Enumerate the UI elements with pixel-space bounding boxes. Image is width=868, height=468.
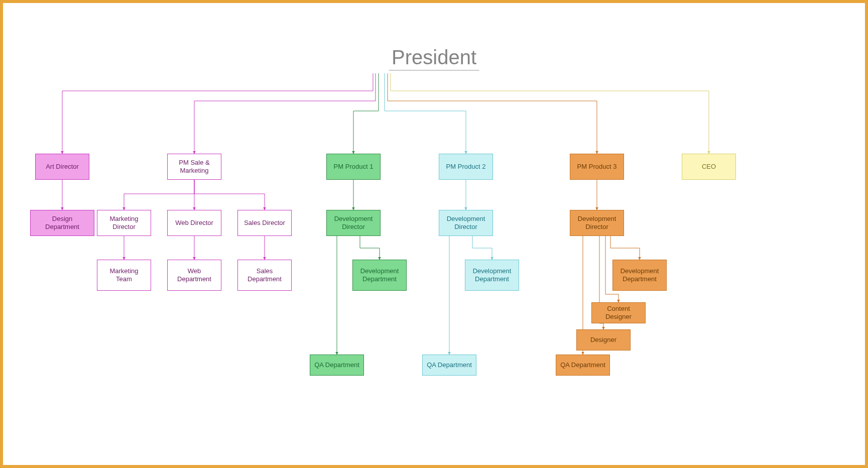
node-content-designer: Content Designer [591,302,646,323]
root-title: President [389,46,479,71]
node-dev-dir-2: Development Director [439,210,493,236]
node-pm-product-2: PM Product 2 [439,154,493,180]
node-art-director: Art Director [35,154,89,180]
node-sales-dept: Sales Department [237,260,292,291]
node-marketing-team: Marketing Team [97,260,151,291]
node-dev-dir-1: Development Director [326,210,381,236]
node-qa-dept-1: QA Department [310,355,364,376]
node-designer: Designer [576,329,631,350]
node-qa-dept-3: QA Department [556,355,610,376]
node-web-director: Web Director [167,210,221,236]
node-design-dept: Design Department [30,210,94,236]
node-marketing-director: Marketing Director [97,210,151,236]
node-pm-product-1: PM Product 1 [326,154,381,180]
node-pm-product-3: PM Product 3 [570,154,624,180]
org-chart-frame: President [0,0,868,468]
node-pm-sale-mkt: PM Sale & Marketing [167,154,221,180]
node-ceo: CEO [682,154,736,180]
node-dev-dept-1: Development Department [352,260,407,291]
node-dev-dir-3: Development Director [570,210,624,236]
node-dev-dept-2: Development Department [465,260,519,291]
node-dev-dept-3: Development Department [612,260,667,291]
node-qa-dept-2: QA Department [422,355,476,376]
node-sales-director: Sales Director [237,210,292,236]
node-web-dept: Web Department [167,260,221,291]
